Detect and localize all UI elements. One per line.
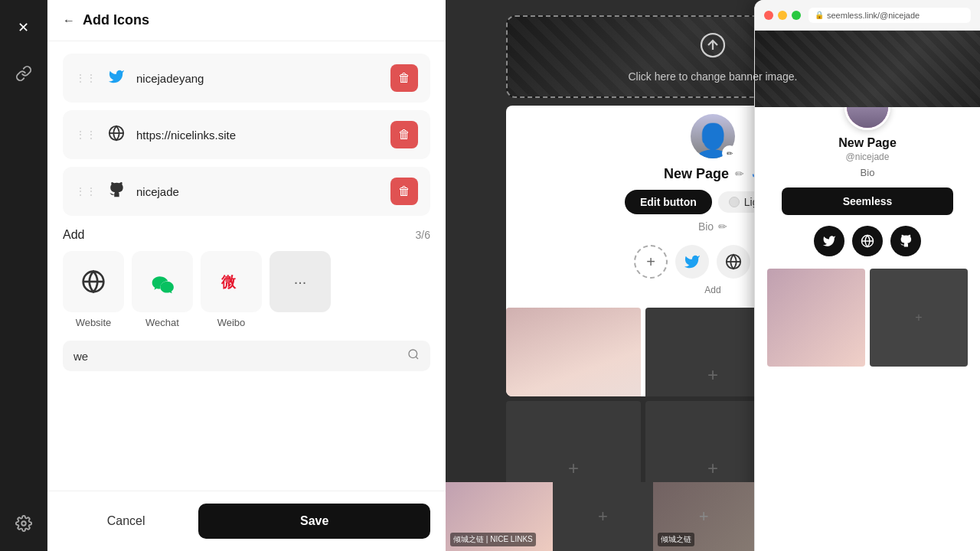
add-count: 3/6 bbox=[416, 229, 430, 241]
overlay-image-3[interactable]: + 倾城之链 bbox=[653, 482, 754, 551]
social-item-github: ⋮⋮ nicejade 🗑 bbox=[63, 167, 430, 216]
icon-option-website[interactable]: Website bbox=[63, 251, 124, 328]
icon-option-wechat[interactable]: Wechat bbox=[132, 251, 193, 328]
weibo-icon-label: Weibo bbox=[217, 317, 246, 328]
search-bar bbox=[63, 341, 430, 371]
delete-twitter-button[interactable]: 🗑 bbox=[390, 64, 418, 92]
add-photo-icon-5: + bbox=[707, 458, 718, 479]
page-name-row: New Page ✏ ✓ bbox=[664, 165, 762, 182]
preview-image-grid: + bbox=[767, 269, 968, 367]
browser-preview: 🔒 seemless.link/@nicejade New Page @nice… bbox=[754, 0, 980, 551]
add-section-header: Add 3/6 bbox=[63, 228, 430, 242]
browser-dot-green bbox=[792, 11, 801, 20]
more-icon-box: ··· bbox=[270, 251, 331, 312]
social-items-list: ⋮⋮ nicejadeyang 🗑 ⋮⋮ https://nicelinks.s… bbox=[63, 54, 430, 216]
svg-text:微: 微 bbox=[220, 274, 237, 290]
svg-line-7 bbox=[416, 357, 418, 359]
overlay-label-3: 倾城之链 bbox=[658, 533, 694, 546]
drag-handle-github[interactable]: ⋮⋮ bbox=[75, 185, 96, 197]
cancel-button[interactable]: Cancel bbox=[63, 504, 189, 539]
drag-handle-twitter[interactable]: ⋮⋮ bbox=[75, 72, 96, 84]
panel-content: ⋮⋮ nicejadeyang 🗑 ⋮⋮ https://nicelinks.s… bbox=[47, 41, 446, 491]
twitter-value: nicejadeyang bbox=[136, 72, 381, 85]
social-circle-globe[interactable] bbox=[717, 245, 750, 279]
upload-icon bbox=[699, 31, 727, 64]
preview-github-icon[interactable] bbox=[890, 226, 921, 256]
toggle-dot bbox=[729, 197, 740, 207]
browser-dot-red bbox=[764, 11, 773, 20]
search-icon bbox=[407, 348, 420, 364]
overlay-image-2[interactable]: + bbox=[553, 482, 654, 551]
social-item-website: ⋮⋮ https://nicelinks.site 🗑 bbox=[63, 110, 430, 159]
avatar-edit-icon[interactable]: ✏ bbox=[722, 145, 737, 161]
back-arrow-icon[interactable]: ← bbox=[63, 14, 75, 28]
sidebar-close-icon[interactable]: ✕ bbox=[8, 12, 39, 43]
preview-img-2: + bbox=[870, 269, 968, 367]
social-item-twitter: ⋮⋮ nicejadeyang 🗑 bbox=[63, 54, 430, 103]
add-photo-icon-4: + bbox=[568, 458, 579, 479]
delete-github-button[interactable]: 🗑 bbox=[390, 178, 418, 205]
bio-label: Bio bbox=[698, 220, 714, 233]
wechat-icon-label: Wechat bbox=[145, 317, 179, 328]
photo-cell-1[interactable] bbox=[506, 308, 641, 396]
icon-option-weibo[interactable]: 微 Weibo bbox=[201, 251, 262, 328]
browser-url-bar[interactable]: 🔒 seemless.link/@nicejade bbox=[808, 8, 971, 23]
add-section-label: Add bbox=[63, 228, 84, 242]
wechat-icon-box bbox=[132, 251, 193, 312]
preview-handle: @nicejade bbox=[846, 152, 890, 162]
panel-title: Add Icons bbox=[83, 12, 149, 28]
svg-point-0 bbox=[21, 521, 26, 526]
sidebar: ✕ bbox=[0, 0, 47, 551]
svg-point-6 bbox=[409, 350, 417, 358]
icon-grid: Website Wechat 微 Weibo ··· bbox=[63, 251, 430, 328]
add-icon-label: Add bbox=[696, 285, 730, 295]
bio-edit-icon[interactable]: ✏ bbox=[718, 220, 727, 233]
overlay-label-1: 倾城之链 | NICE LINKS bbox=[450, 533, 536, 546]
sidebar-link-icon[interactable] bbox=[8, 58, 39, 89]
browser-url-text: seemless.link/@nicejade bbox=[827, 11, 920, 20]
preview-bio: Bio bbox=[861, 167, 875, 178]
drag-handle-website[interactable]: ⋮⋮ bbox=[75, 129, 96, 141]
preview-seemless-button[interactable]: Seemless bbox=[782, 187, 954, 215]
avatar-container: 👤 ✏ bbox=[688, 112, 737, 161]
panel-header: ← Add Icons bbox=[47, 0, 446, 41]
browser-bar: 🔒 seemless.link/@nicejade bbox=[755, 0, 980, 31]
bio-row: Bio ✏ bbox=[698, 220, 727, 233]
page-name-edit-icon[interactable]: ✏ bbox=[735, 168, 744, 180]
preview-page-name: New Page bbox=[838, 136, 897, 150]
bottom-overlay-bar: 倾城之链 | NICE LINKS + + 倾城之链 bbox=[446, 482, 754, 551]
browser-lock-icon: 🔒 bbox=[815, 11, 824, 19]
weibo-icon-box: 微 bbox=[201, 251, 262, 312]
preview-twitter-icon[interactable] bbox=[814, 226, 844, 256]
website-icon-box bbox=[63, 251, 124, 312]
add-photo-icon-2: + bbox=[707, 364, 718, 386]
add-social-icon-button[interactable]: + bbox=[634, 245, 668, 279]
icon-option-more[interactable]: ··· bbox=[270, 251, 331, 328]
preview-globe-icon[interactable] bbox=[852, 226, 883, 256]
panel-footer: Cancel Save bbox=[47, 491, 446, 551]
twitter-icon bbox=[106, 68, 127, 89]
overlay-image-1[interactable]: 倾城之链 | NICE LINKS bbox=[446, 482, 553, 551]
github-icon bbox=[106, 181, 127, 202]
left-panel: ← Add Icons ⋮⋮ nicejadeyang 🗑 ⋮⋮ https:/… bbox=[47, 0, 446, 551]
delete-website-button[interactable]: 🗑 bbox=[390, 121, 418, 148]
edit-button-btn[interactable]: Edit button bbox=[625, 190, 712, 214]
preview-img-1 bbox=[767, 269, 865, 367]
website-icon-label: Website bbox=[76, 317, 112, 328]
website-value: https://nicelinks.site bbox=[136, 129, 381, 142]
browser-dot-yellow bbox=[778, 11, 787, 20]
banner-text: Click here to change banner image. bbox=[628, 70, 797, 83]
sidebar-settings-icon[interactable] bbox=[8, 508, 39, 539]
search-input[interactable] bbox=[74, 350, 400, 363]
preview-social-row bbox=[814, 226, 921, 256]
github-value: nicejade bbox=[136, 185, 381, 198]
page-name: New Page bbox=[664, 166, 729, 182]
social-circle-twitter[interactable] bbox=[675, 245, 709, 279]
globe-icon bbox=[106, 125, 127, 145]
preview-content: New Page @nicejade Bio Seemless + bbox=[755, 107, 980, 551]
save-button[interactable]: Save bbox=[198, 504, 430, 539]
